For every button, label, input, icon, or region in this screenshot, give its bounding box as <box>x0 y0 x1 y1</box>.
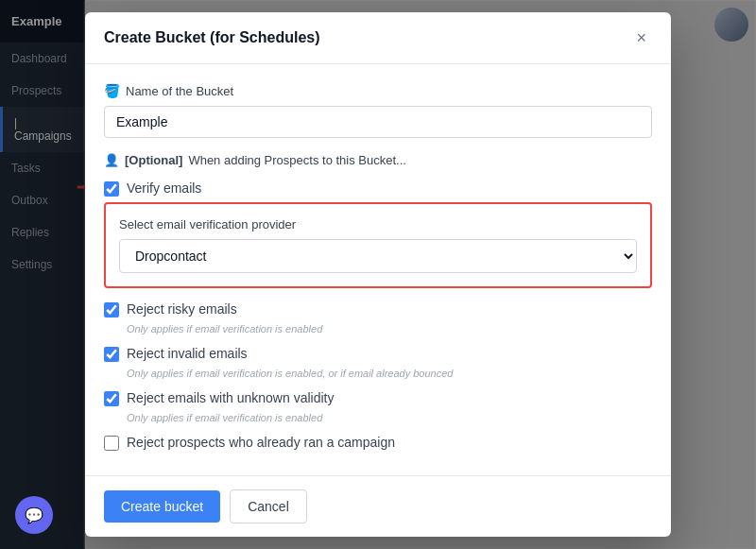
user-avatar[interactable] <box>714 8 748 42</box>
reject-risky-row: Reject risky emails <box>104 301 652 317</box>
verification-provider-label: Select email verification provider <box>119 217 637 232</box>
bucket-name-label: 🪣 Name of the Bucket <box>104 83 652 98</box>
reject-invalid-label[interactable]: Reject invalid emails <box>127 346 248 361</box>
verify-emails-row: Verify emails <box>104 180 652 197</box>
bucket-name-input[interactable] <box>104 106 652 138</box>
person-icon: 👤 <box>104 153 119 167</box>
optional-tag: [Optional] <box>125 153 182 167</box>
verify-emails-checkbox[interactable] <box>104 181 119 197</box>
modal-overlay: Create Bucket (for Schedules) × 🪣 Name o… <box>0 0 756 549</box>
modal-body: 🪣 Name of the Bucket 👤 [Optional] When a… <box>85 64 671 475</box>
modal-close-button[interactable]: × <box>630 27 652 48</box>
modal-title: Create Bucket (for Schedules) <box>104 29 320 46</box>
reject-risky-checkbox[interactable] <box>104 302 119 317</box>
verification-provider-select[interactable]: Dropcontact NeverBounce ZeroBounce <box>119 239 637 273</box>
reject-risky-label[interactable]: Reject risky emails <box>127 301 237 317</box>
reject-unknown-row: Reject emails with unknown validity <box>104 390 652 406</box>
optional-label: 👤 [Optional] When adding Prospects to th… <box>104 153 652 167</box>
reject-unknown-checkbox[interactable] <box>104 391 119 406</box>
modal-footer: Create bucket Cancel <box>85 475 671 537</box>
modal-header: Create Bucket (for Schedules) × <box>85 12 671 64</box>
reject-unknown-label[interactable]: Reject emails with unknown validity <box>127 390 334 405</box>
reject-risky-hint: Only applies if email verification is en… <box>127 323 652 335</box>
bucket-icon: 🪣 <box>104 83 120 98</box>
verify-emails-label[interactable]: Verify emails <box>127 180 201 196</box>
chat-icon: 💬 <box>25 506 43 524</box>
avatar-image <box>714 8 748 42</box>
reject-ran-row: Reject prospects who already ran a campa… <box>104 435 652 451</box>
reject-ran-label[interactable]: Reject prospects who already ran a campa… <box>127 435 395 450</box>
create-bucket-modal: Create Bucket (for Schedules) × 🪣 Name o… <box>85 12 671 537</box>
reject-unknown-hint: Only applies if email verification is en… <box>127 412 652 423</box>
reject-ran-checkbox[interactable] <box>104 436 119 451</box>
create-bucket-button[interactable]: Create bucket <box>104 490 220 523</box>
cancel-button[interactable]: Cancel <box>230 489 307 523</box>
reject-invalid-hint: Only applies if email verification is en… <box>127 368 652 379</box>
verification-provider-box: Select email verification provider Dropc… <box>104 202 652 288</box>
reject-invalid-row: Reject invalid emails <box>104 346 652 362</box>
chat-bubble-button[interactable]: 💬 <box>15 496 53 534</box>
reject-invalid-checkbox[interactable] <box>104 347 119 362</box>
